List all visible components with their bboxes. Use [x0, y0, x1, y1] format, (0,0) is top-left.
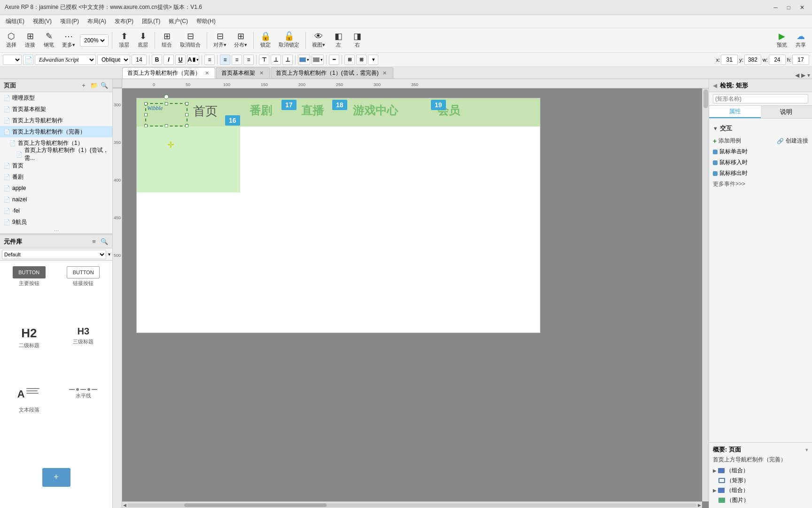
menu-account[interactable]: 账户(C): [165, 16, 192, 27]
font-size-input[interactable]: [132, 55, 147, 65]
outline-toggle-1[interactable]: ▶: [713, 468, 717, 473]
select-tool[interactable]: ⬡ 选择: [3, 31, 20, 50]
rotate-handle[interactable]: [164, 95, 169, 99]
ungroup-btn[interactable]: ⊟ 取消组合: [177, 31, 203, 50]
component-link-btn[interactable]: BUTTON 链接按钮: [58, 264, 109, 320]
handle-tr[interactable]: [185, 102, 188, 105]
component-h3[interactable]: H3 三级标题: [58, 324, 109, 382]
page-item-10[interactable]: 📄 ·fei: [0, 205, 112, 216]
search-page-btn[interactable]: 🔍: [100, 81, 109, 90]
zoom-dropdown[interactable]: 200% 100% 150% 50%: [80, 34, 109, 47]
distribute-btn[interactable]: ⊞ 分布▾: [231, 31, 250, 50]
page-item-7[interactable]: 📄 番剧: [0, 171, 112, 183]
tab-properties[interactable]: 属性: [709, 106, 761, 118]
page-item-3[interactable]: 📄 首页上方导航栏制作（完善）: [0, 126, 112, 137]
fill-color-btn[interactable]: ▾: [298, 55, 310, 65]
page-item-0[interactable]: 📄 哩哩原型: [0, 92, 112, 103]
top-layer-btn[interactable]: ⬆ 顶层: [116, 31, 133, 50]
canvas-bottom-scrollbar[interactable]: ◀ ▶: [122, 501, 702, 508]
menu-team[interactable]: 团队(T): [138, 16, 164, 27]
style-select[interactable]: [3, 55, 22, 65]
outline-item-image1[interactable]: （图片）: [713, 495, 808, 505]
align-center-btn[interactable]: ≡: [232, 55, 242, 65]
add-usecase-label[interactable]: 添加用例: [718, 137, 741, 145]
minimize-btn[interactable]: ─: [771, 3, 781, 12]
menu-edit[interactable]: 编组(E): [2, 16, 28, 27]
more-format-btn2[interactable]: ▾: [368, 55, 378, 65]
close-btn[interactable]: ✕: [797, 3, 807, 12]
tab-3[interactable]: 首页上方导航栏制作（1）(尝试，需完善) ✕: [271, 67, 393, 79]
menu-help[interactable]: 帮助(H): [193, 16, 219, 27]
tab-notes[interactable]: 说明: [761, 106, 812, 118]
more-format-btn[interactable]: ⊞: [356, 55, 367, 65]
component-hr[interactable]: 水平线: [58, 386, 109, 447]
shape-name-input[interactable]: [713, 94, 808, 103]
pen-tool[interactable]: ✎ 钢笔: [40, 31, 57, 50]
more-events-btn[interactable]: 更多事件>>>: [713, 179, 808, 190]
line-color-btn[interactable]: ▾: [312, 55, 324, 65]
valign-bot-btn[interactable]: ⊥: [282, 55, 293, 65]
bottom-layer-btn[interactable]: ⬇ 底层: [134, 31, 151, 50]
unlock-btn[interactable]: 🔓 取消锁定: [276, 31, 302, 50]
line-color-arrow[interactable]: ▾: [320, 57, 323, 62]
tab-1-close[interactable]: ✕: [203, 70, 210, 76]
lock-btn[interactable]: 🔒 锁定: [257, 31, 274, 50]
outline-toggle-2[interactable]: ▶: [713, 488, 717, 493]
components-filter-select[interactable]: Default: [2, 250, 106, 259]
zoom-select[interactable]: 200% 100% 150% 50%: [82, 37, 106, 44]
outline-item-group1[interactable]: ▶ （组合）: [713, 466, 808, 476]
h-scroll-thumb[interactable]: [184, 503, 327, 507]
view-btn[interactable]: 👁 视图▾: [309, 31, 328, 50]
component-h2[interactable]: H2 二级标题: [4, 324, 55, 382]
font-color-btn[interactable]: A ▾: [187, 55, 199, 65]
menu-project[interactable]: 项目(P): [56, 16, 83, 27]
canvas-right-scrollbar[interactable]: [702, 88, 709, 501]
page-item-5[interactable]: 📄 首页上方导航栏制作（1）(尝试，需...: [0, 149, 112, 160]
italic-btn[interactable]: I: [164, 55, 174, 65]
event-hover-label[interactable]: 鼠标移入时: [719, 159, 748, 167]
pages-scroll[interactable]: ⋯: [0, 228, 112, 233]
tab-1[interactable]: 首页上方导航栏制作（完善） ✕: [122, 67, 215, 79]
event-click-label[interactable]: 鼠标单击时: [719, 148, 748, 156]
canvas[interactable]: Wibble 首页 番剧 直播 游戏中心 会员 16 17 1: [122, 88, 709, 508]
right-panel-btn[interactable]: ◨ 右: [349, 31, 366, 50]
align-right-btn[interactable]: ≡: [243, 55, 254, 65]
w-input[interactable]: [769, 55, 786, 65]
font-color-arrow[interactable]: ▾: [196, 57, 199, 62]
x-input[interactable]: [721, 55, 738, 65]
more-tool[interactable]: ⋯ 更多▾: [59, 31, 78, 50]
outline-item-group2[interactable]: ▶ （组合）: [713, 485, 808, 495]
fill-color-arrow[interactable]: ▾: [307, 57, 309, 62]
add-folder-btn[interactable]: 📁: [90, 81, 98, 90]
connect-tool[interactable]: ⊞ 连接: [22, 31, 39, 50]
y-input[interactable]: [744, 55, 761, 65]
handle-tc[interactable]: [165, 102, 168, 105]
handle-tl[interactable]: [144, 102, 148, 105]
align-left-btn[interactable]: ≡: [220, 55, 230, 65]
handle-mr[interactable]: [185, 113, 188, 117]
tab-2[interactable]: 首页基本框架 ✕: [216, 67, 270, 79]
page-item-9[interactable]: 📄 naizei: [0, 194, 112, 205]
align-btn[interactable]: ⊟ 对齐▾: [211, 31, 229, 50]
page-item-8[interactable]: 📄 apple: [0, 183, 112, 194]
doc-icon[interactable]: 📄: [23, 55, 33, 65]
components-menu-btn[interactable]: ≡: [90, 238, 98, 246]
scroll-right-btn[interactable]: ▶: [698, 503, 701, 508]
h-input[interactable]: [792, 55, 809, 65]
tab-3-close[interactable]: ✕: [382, 70, 388, 77]
component-text[interactable]: A 文本段落: [4, 386, 55, 447]
add-page-btn[interactable]: +: [79, 81, 88, 90]
left-panel-btn[interactable]: ◧ 左: [330, 31, 347, 50]
component-more[interactable]: +: [4, 450, 109, 504]
valign-top-btn[interactable]: ⊤: [259, 55, 269, 65]
page-item-1[interactable]: 📄 首页基本框架: [0, 103, 112, 115]
menu-view[interactable]: 视图(V): [29, 16, 55, 27]
create-link-label[interactable]: 创建连接: [786, 137, 808, 145]
page-item-11[interactable]: 📄 9航员: [0, 216, 112, 228]
valign-mid-btn[interactable]: ⊥: [271, 55, 281, 65]
tab-left-btn[interactable]: ◀: [795, 72, 799, 79]
canvas-right-scroll-thumb[interactable]: [703, 89, 708, 108]
tab-right-btn[interactable]: ▶: [801, 72, 805, 79]
line-style-btn[interactable]: ━: [329, 55, 339, 65]
shape-style-btn[interactable]: ⊞: [344, 55, 355, 65]
